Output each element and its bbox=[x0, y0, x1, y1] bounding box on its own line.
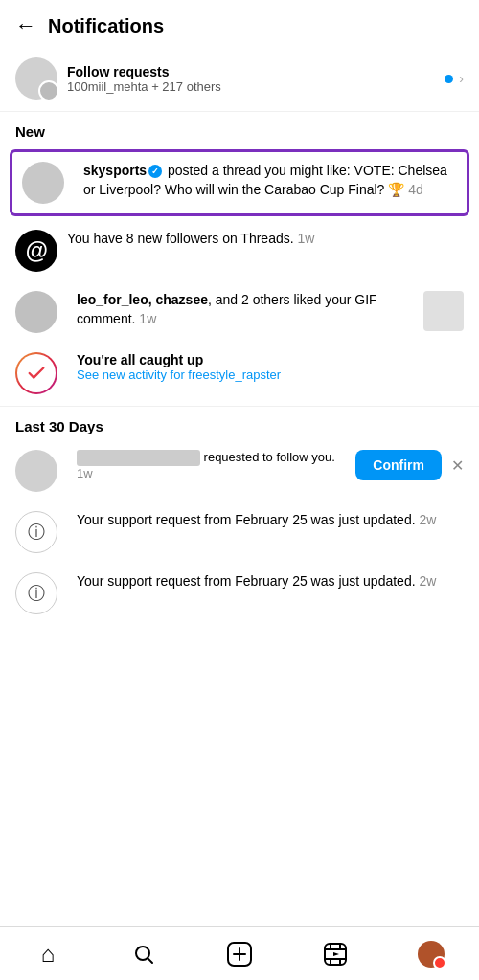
reels-icon bbox=[323, 942, 348, 967]
follow-requests-content: Follow requests 100miil_mehta + 217 othe… bbox=[57, 64, 445, 94]
likes-notification[interactable]: leo_for_leo, chazsee, and 2 others liked… bbox=[0, 281, 479, 343]
skysports-time: 4d bbox=[408, 182, 423, 197]
new-section-label: New bbox=[0, 114, 479, 145]
skysports-username: skysports bbox=[83, 163, 147, 178]
svg-line-1 bbox=[148, 958, 152, 962]
svg-rect-10 bbox=[330, 960, 331, 965]
svg-point-0 bbox=[136, 947, 149, 960]
svg-rect-6 bbox=[325, 948, 346, 950]
header: ← Notifications bbox=[0, 0, 479, 48]
skysports-content: skysports posted a thread you might like… bbox=[74, 162, 457, 199]
checkmark-icon bbox=[26, 363, 47, 384]
likes-text: leo_for_leo, chazsee, and 2 others liked… bbox=[77, 292, 377, 326]
likes-content: leo_for_leo, chazsee, and 2 others liked… bbox=[67, 291, 423, 328]
follow-requests-title: Follow requests bbox=[67, 64, 435, 79]
caught-up-content: You're all caught up See new activity fo… bbox=[67, 352, 464, 382]
home-icon: ⌂ bbox=[41, 941, 56, 968]
threads-content: You have 8 new followers on Threads. 1w bbox=[57, 230, 464, 249]
confirm-actions: Confirm ✕ bbox=[355, 450, 464, 480]
chevron-right-icon: › bbox=[459, 71, 464, 86]
search-icon bbox=[132, 943, 155, 966]
support2-time: 2w bbox=[419, 573, 436, 589]
svg-rect-11 bbox=[339, 960, 341, 965]
nav-reels[interactable] bbox=[312, 931, 358, 977]
threads-time: 1w bbox=[298, 231, 315, 246]
threads-avatar: @ bbox=[15, 230, 57, 272]
gif-thumbnail bbox=[423, 291, 464, 331]
nav-profile[interactable] bbox=[408, 931, 454, 977]
support-request-1-text: Your support request from February 25 wa… bbox=[77, 512, 436, 527]
follow-request-confirm-row[interactable]: ██████████████ requested to follow you. … bbox=[0, 440, 479, 501]
dismiss-button[interactable]: ✕ bbox=[451, 457, 464, 475]
profile-avatar bbox=[418, 941, 445, 968]
skysports-notification[interactable]: skysports posted a thread you might like… bbox=[10, 149, 469, 216]
svg-rect-8 bbox=[330, 944, 331, 948]
skysports-text: skysports posted a thread you might like… bbox=[83, 163, 447, 197]
support-request-1-content: Your support request from February 25 wa… bbox=[67, 511, 464, 530]
skysports-avatar bbox=[22, 162, 64, 204]
follow-requests-right: › bbox=[445, 71, 464, 86]
svg-rect-7 bbox=[325, 958, 346, 960]
confirm-button[interactable]: Confirm bbox=[355, 450, 442, 480]
support-request-2-content: Your support request from February 25 wa… bbox=[67, 572, 464, 591]
threads-notification[interactable]: @ You have 8 new followers on Threads. 1… bbox=[0, 220, 479, 281]
divider2 bbox=[0, 406, 479, 407]
follow-request-time: 1w bbox=[77, 466, 93, 480]
nav-create[interactable] bbox=[217, 931, 262, 977]
support-request-1-row[interactable]: ⓘ Your support request from February 25 … bbox=[0, 501, 479, 563]
caught-up-icon bbox=[15, 352, 57, 394]
bottom-nav: ⌂ bbox=[0, 926, 479, 980]
caught-up-row[interactable]: You're all caught up See new activity fo… bbox=[0, 343, 479, 404]
caught-up-text: You're all caught up bbox=[77, 352, 454, 368]
support-request-2-text: Your support request from February 25 wa… bbox=[77, 573, 436, 589]
info-icon-2: ⓘ bbox=[15, 572, 57, 614]
follow-requests-row[interactable]: Follow requests 100miil_mehta + 217 othe… bbox=[0, 48, 479, 109]
follow-request-avatar bbox=[15, 450, 57, 492]
page-title: Notifications bbox=[48, 15, 164, 37]
nav-search[interactable] bbox=[121, 931, 167, 977]
back-button[interactable]: ← bbox=[15, 13, 36, 38]
nav-home[interactable]: ⌂ bbox=[25, 931, 71, 977]
follow-request-content: ██████████████ requested to follow you. … bbox=[67, 450, 355, 480]
likes-avatar bbox=[15, 291, 57, 333]
svg-marker-12 bbox=[333, 952, 339, 956]
svg-rect-9 bbox=[339, 944, 341, 948]
follow-request-text: requested to follow you. bbox=[204, 450, 335, 464]
unread-dot bbox=[445, 75, 453, 83]
caught-up-link[interactable]: See new activity for freestyle_rapster bbox=[77, 368, 454, 382]
verified-badge-icon bbox=[148, 165, 162, 178]
create-icon bbox=[226, 941, 253, 968]
divider bbox=[0, 111, 479, 112]
likes-time: 1w bbox=[139, 311, 156, 326]
threads-text: You have 8 new followers on Threads. 1w bbox=[67, 231, 314, 246]
support-request-2-row[interactable]: ⓘ Your support request from February 25 … bbox=[0, 563, 479, 624]
follow-requests-subtitle: 100miil_mehta + 217 others bbox=[67, 79, 435, 94]
last30-section-label: Last 30 Days bbox=[0, 409, 479, 440]
avatar bbox=[15, 57, 57, 100]
support1-time: 2w bbox=[419, 512, 436, 527]
blurred-username: ██████████████ bbox=[77, 450, 200, 466]
info-icon-1: ⓘ bbox=[15, 511, 57, 553]
